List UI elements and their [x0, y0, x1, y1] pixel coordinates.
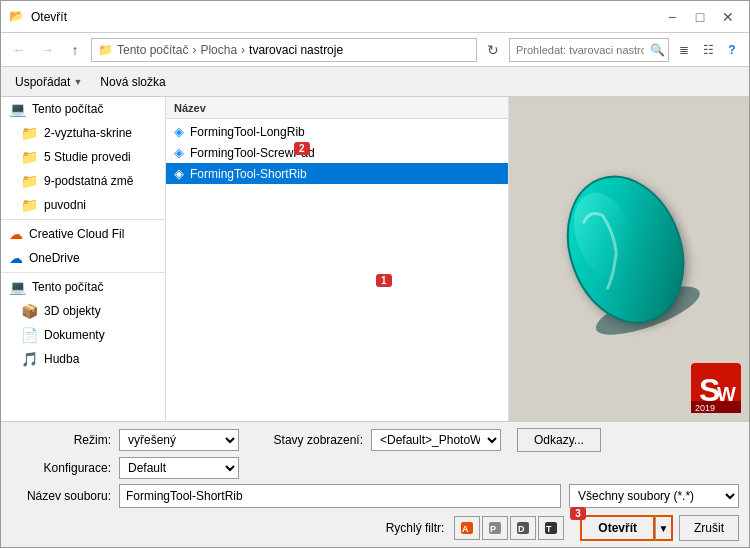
sidebar-item-3d-objekty[interactable]: 📦 3D objekty: [1, 299, 165, 323]
help-button[interactable]: ?: [721, 39, 743, 61]
sidebar-item-creative-cloud[interactable]: ☁ Creative Cloud Fil: [1, 222, 165, 246]
filtr-icon-btn-4[interactable]: T: [538, 516, 564, 540]
solidworks-logo: S W 2019: [691, 363, 741, 413]
title-bar-left: 📂 Otevřít: [9, 9, 67, 25]
up-button[interactable]: ↑: [63, 38, 87, 62]
toolbar: Uspořádat ▼ Nová složka: [1, 67, 749, 97]
svg-text:2019: 2019: [695, 403, 715, 413]
maximize-button[interactable]: □: [687, 4, 713, 30]
onedrive-icon: ☁: [9, 250, 23, 266]
breadcrumb-part-3: tvarovaci nastroje: [249, 43, 343, 57]
sidebar-item-label: Tento počítač: [32, 280, 103, 294]
sidebar-item-onedrive[interactable]: ☁ OneDrive: [1, 246, 165, 270]
otevrit-dropdown-button[interactable]: ▼: [655, 515, 673, 541]
filename-row: Název souboru: Všechny soubory (*.*): [11, 484, 739, 508]
odkazy-button[interactable]: Odkazy...: [517, 428, 601, 452]
search-wrap: 🔍: [509, 38, 669, 62]
file-item-screwpad[interactable]: ◈ FormingTool-ScrewPad: [166, 142, 508, 163]
folder-icon: 📁: [21, 125, 38, 141]
action-row: Rychlý filtr: A P D T 3 Otevřít ▼: [11, 513, 739, 541]
sidebar-item-label: Hudba: [44, 352, 79, 366]
minimize-button[interactable]: −: [659, 4, 685, 30]
sidebar-item-label: 5 Studie provedi: [44, 150, 131, 164]
bottom-section: Režim: vyřešený lehký Stavy zobrazení: <…: [1, 421, 749, 547]
folder-icon: 📁: [21, 197, 38, 213]
file-column-header: Název: [174, 102, 206, 114]
breadcrumb-sep-1: ›: [192, 43, 196, 57]
sidebar-item-puvodni[interactable]: 📁 puvodni: [1, 193, 165, 217]
main-content: 💻 Tento počítač 📁 2-vyztuha-skrine 📁 5 S…: [1, 97, 749, 421]
organize-dropdown-icon: ▼: [73, 77, 82, 87]
sidebar-item-hudba[interactable]: 🎵 Hudba: [1, 347, 165, 371]
computer-icon: 💻: [9, 279, 26, 295]
file-area: Název ◈ FormingTool-LongRib ◈ FormingToo…: [166, 97, 509, 421]
sidebar-item-tento-pocitac-1[interactable]: 💻 Tento počítač: [1, 97, 165, 121]
filtr-icon-btn-3[interactable]: D: [510, 516, 536, 540]
stavy-label: Stavy zobrazení:: [263, 433, 363, 447]
sidebar-item-label: 9-podstatná změ: [44, 174, 133, 188]
file-item-shortrib[interactable]: ◈ FormingTool-ShortRib: [166, 163, 508, 184]
breadcrumb[interactable]: 📁 Tento počítač › Plocha › tvarovaci nas…: [91, 38, 477, 62]
sidebar-item-dokumenty[interactable]: 📄 Dokumenty: [1, 323, 165, 347]
sidebar-item-label: Creative Cloud Fil: [29, 227, 124, 241]
otevrit-button[interactable]: Otevřít: [580, 515, 655, 541]
konfigurace-select[interactable]: Default: [119, 457, 239, 479]
sidebar-item-label: Dokumenty: [44, 328, 105, 342]
filetype-select[interactable]: Všechny soubory (*.*): [569, 484, 739, 508]
stavy-select[interactable]: <Default>_PhotoWo: [371, 429, 501, 451]
file-item-name: FormingTool-LongRib: [190, 125, 305, 139]
sidebar-item-podstatna[interactable]: 📁 9-podstatná změ: [1, 169, 165, 193]
filename-input[interactable]: [119, 484, 561, 508]
filtr-icon-btn-1[interactable]: A: [454, 516, 480, 540]
filtr-icon-btn-2[interactable]: P: [482, 516, 508, 540]
sidebar-separator: [1, 219, 165, 220]
new-folder-label: Nová složka: [100, 75, 165, 89]
file-icon: ◈: [174, 145, 184, 160]
file-icon: ◈: [174, 124, 184, 139]
view-list-button[interactable]: ☷: [697, 39, 719, 61]
title-controls: − □ ✕: [659, 4, 741, 30]
close-button[interactable]: ✕: [715, 4, 741, 30]
breadcrumb-folder-icon: 📁: [98, 43, 113, 57]
search-button[interactable]: 🔍: [650, 43, 665, 57]
forward-button[interactable]: →: [35, 38, 59, 62]
sidebar: 💻 Tento počítač 📁 2-vyztuha-skrine 📁 5 S…: [1, 97, 166, 421]
sidebar-item-tento-pocitac-2[interactable]: 💻 Tento počítač: [1, 275, 165, 299]
breadcrumb-part-2: Plocha: [200, 43, 237, 57]
folder-icon: 📁: [21, 173, 38, 189]
svg-text:D: D: [518, 524, 525, 534]
sidebar-item-vyztuha[interactable]: 📁 2-vyztuha-skrine: [1, 121, 165, 145]
zrusit-button[interactable]: Zrušit: [679, 515, 739, 541]
documents-icon: 📄: [21, 327, 38, 343]
dialog-icon: 📂: [9, 9, 25, 25]
sidebar-item-studie[interactable]: 📁 5 Studie provedi: [1, 145, 165, 169]
new-folder-button[interactable]: Nová složka: [94, 71, 171, 93]
breadcrumb-sep-2: ›: [241, 43, 245, 57]
sidebar-item-label: puvodni: [44, 198, 86, 212]
rezim-label: Režim:: [11, 433, 111, 447]
form-row-2: Konfigurace: Default: [11, 457, 739, 479]
file-header: Název: [166, 97, 508, 119]
file-icon: ◈: [174, 166, 184, 181]
organize-label: Uspořádat: [15, 75, 70, 89]
title-bar: 📂 Otevřít − □ ✕: [1, 1, 749, 33]
music-icon: 🎵: [21, 351, 38, 367]
filtr-icons: A P D T: [454, 516, 564, 540]
file-item-longrib[interactable]: ◈ FormingTool-LongRib: [166, 121, 508, 142]
view-controls: ≣ ☷ ?: [673, 39, 743, 61]
form-row-1: Režim: vyřešený lehký Stavy zobrazení: <…: [11, 428, 739, 452]
back-button[interactable]: ←: [7, 38, 31, 62]
breadcrumb-part-1: Tento počítač: [117, 43, 188, 57]
file-list: ◈ FormingTool-LongRib ◈ FormingTool-Scre…: [166, 119, 508, 421]
organize-button[interactable]: Uspořádat ▼: [9, 71, 88, 93]
refresh-button[interactable]: ↻: [481, 38, 505, 62]
computer-icon: 💻: [9, 101, 26, 117]
konfigurace-label: Konfigurace:: [11, 461, 111, 475]
sidebar-item-label: Tento počítač: [32, 102, 103, 116]
nazev-label: Název souboru:: [11, 489, 111, 503]
open-dialog: 📂 Otevřít − □ ✕ ← → ↑ 📁 Tento počítač › …: [0, 0, 750, 548]
rezim-select[interactable]: vyřešený lehký: [119, 429, 239, 451]
search-input[interactable]: [509, 38, 669, 62]
view-details-button[interactable]: ≣: [673, 39, 695, 61]
svg-text:T: T: [546, 524, 552, 534]
